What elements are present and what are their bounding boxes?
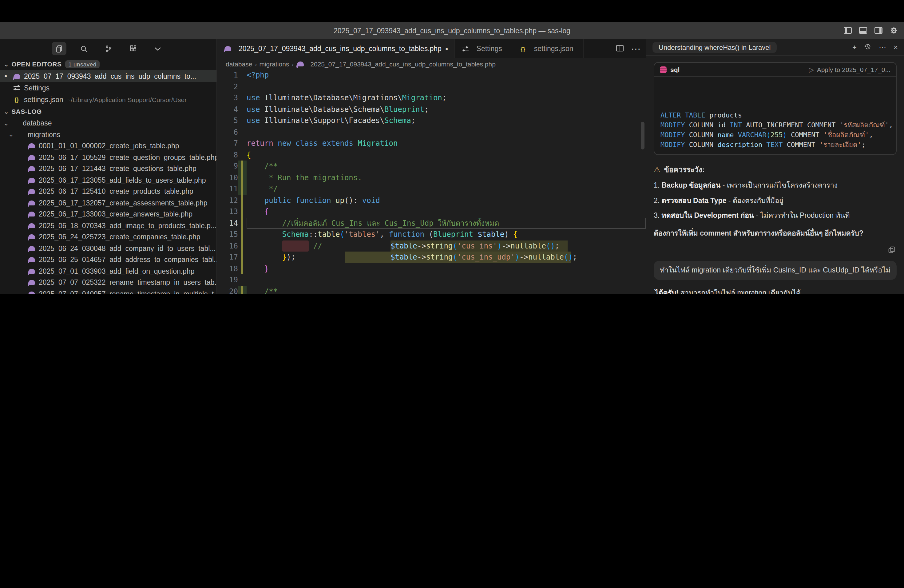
gutter-decoration <box>238 149 247 161</box>
ai-chat-panel: Understanding whereHas() in Laravel + ⋯ … <box>646 40 904 294</box>
code-line: 12 public function up(): void <box>217 194 646 206</box>
line-number: 18 <box>217 263 238 274</box>
warning-list: 1. Backup ข้อมูลก่อน - เพราะเป็นการแก้ไข… <box>654 181 897 220</box>
tree-item[interactable]: 2025_07_01_033903_add_field_on_question.… <box>0 266 217 277</box>
tree-item[interactable]: 2025_07_07_040957_rename_timestamp_in_mu… <box>0 288 217 294</box>
chevron-down-icon[interactable] <box>150 42 165 55</box>
warning-item: 1. Backup ข้อมูลก่อน - เพราะเป็นการแก้ไข… <box>654 181 897 190</box>
chevron-down-icon: ⌄ <box>4 108 9 115</box>
open-editors-list: ● 2025_07_17_093943_add_cus_ins_udp_colu… <box>0 70 217 105</box>
tree-item[interactable]: 0001_01_01_000002_create_jobs_table.php <box>0 140 217 152</box>
settings-gear-icon[interactable] <box>890 27 898 35</box>
gutter-decoration <box>238 92 247 104</box>
split-editor-icon[interactable] <box>616 43 624 54</box>
tree-item[interactable]: 2025_06_17_123055_add_fields_to_users_ta… <box>0 174 217 186</box>
tabs: 2025_07_17_093943_add_cus_ins_udp_column… <box>217 40 584 58</box>
more-actions-icon[interactable]: ⋯ <box>631 43 641 54</box>
tree-item[interactable]: 2025_06_17_105529_create_question_groups… <box>0 152 217 163</box>
source-control-icon[interactable] <box>101 42 115 55</box>
tree-item[interactable]: 2025_06_17_133003_create_answers_table.p… <box>0 209 217 220</box>
tree-item[interactable]: 2025_06_17_125410_create_products_table.… <box>0 186 217 197</box>
toggle-panel-bottom-icon[interactable] <box>859 27 867 34</box>
copy-row <box>654 238 897 261</box>
chat-messages[interactable]: sql ▷Apply to 2025_07_17_0... ALTER TABL… <box>646 56 904 294</box>
gutter-decoration <box>238 286 247 294</box>
chat-header: Understanding whereHas() in Laravel + ⋯ … <box>646 40 904 56</box>
gutter-decoration <box>238 115 247 126</box>
code-line: MODIFY COLUMN name VARCHAR(255) COMMENT … <box>661 130 890 140</box>
tree-item[interactable]: 2025_06_17_132057_create_assessments_tab… <box>0 197 217 209</box>
new-chat-icon[interactable]: + <box>852 43 857 52</box>
chat-tab[interactable]: Understanding whereHas() in Laravel <box>653 42 777 53</box>
user-message[interactable]: ทำในไฟล์ migration เดียวกับที่ใช้เพิ่ม C… <box>654 261 897 280</box>
tree-item[interactable]: 2025_06_25_014657_add_address_to_compani… <box>0 254 217 266</box>
editor-tab[interactable]: 2025_07_17_093943_add_cus_ins_udp_column… <box>217 40 455 58</box>
app-window: 2025_07_17_093943_add_cus_ins_udp_column… <box>0 0 904 294</box>
editor-tab[interactable]: {} settings.json <box>512 40 584 58</box>
line-number: 2 <box>217 81 238 92</box>
code-line: 13 { <box>217 206 646 217</box>
gutter-decoration <box>238 183 247 194</box>
tree-item[interactable]: ⌄ database <box>0 117 217 129</box>
code-line: 1 <?php <box>217 70 646 81</box>
line-number: 4 <box>217 104 238 115</box>
unsaved-badge: 1 unsaved <box>65 60 99 68</box>
tree-item[interactable]: 2025_07_07_025322_rename_timestamp_in_us… <box>0 277 217 288</box>
toggle-sidebar-left-icon[interactable] <box>844 27 852 34</box>
line-number: 11 <box>217 183 238 194</box>
explorer-icon[interactable] <box>52 42 66 55</box>
warning-item: 2. ตรวจสอบ Data Type - ต้องตรงกับที่มีอย… <box>654 196 897 205</box>
close-panel-icon[interactable]: × <box>893 43 898 52</box>
tree-item[interactable]: 2025_06_24_030048_add_company_id_to_user… <box>0 243 217 254</box>
line-number: 6 <box>217 126 238 138</box>
line-number: 19 <box>217 274 238 286</box>
toggle-panel-right-icon[interactable] <box>874 27 882 34</box>
search-icon[interactable] <box>76 42 91 55</box>
code-line: MODIFY COLUMN id INT AUTO_INCREMENT COMM… <box>661 120 890 130</box>
code-line: 18 } <box>217 263 646 274</box>
line-number: 1 <box>217 70 238 81</box>
database-icon <box>660 66 667 73</box>
window-title: 2025_07_17_093943_add_cus_ins_udp_column… <box>333 27 571 34</box>
gutter-decoration <box>238 172 247 183</box>
code-line: 19 <box>217 274 646 286</box>
line-number: 3 <box>217 92 238 104</box>
gutter-decoration <box>238 206 247 217</box>
warning-item: 3. ทดสอบใน Development ก่อน - ไม่ควรทำใน… <box>654 211 897 220</box>
editor-scrollbar[interactable] <box>641 122 645 149</box>
inline-suggestion-line-1[interactable]: $table->string('cus_ins')->nullable(); <box>390 240 567 251</box>
more-actions-icon[interactable]: ⋯ <box>879 43 886 52</box>
extensions-icon[interactable] <box>125 42 140 55</box>
editor-group: 2025_07_17_093943_add_cus_ins_udp_column… <box>217 40 646 294</box>
gutter-decoration <box>238 263 247 274</box>
tree-item[interactable]: 2025_06_18_070343_add_image_to_products_… <box>0 220 217 231</box>
editor-tab[interactable]: Settings <box>455 40 512 58</box>
open-editor-item[interactable]: ● {} settings.json ~/Library/Application… <box>0 93 217 105</box>
line-number: 15 <box>217 229 238 240</box>
tree-item[interactable]: ⌄ migrations <box>0 129 217 140</box>
play-icon: ▷ <box>809 66 814 73</box>
open-editors-header[interactable]: ⌄ OPEN EDITORS 1 unsaved <box>0 58 217 70</box>
sql-code-block: sql ▷Apply to 2025_07_17_0... ALTER TABL… <box>654 62 897 155</box>
gutter-decoration <box>238 70 247 81</box>
apply-button[interactable]: ▷Apply to 2025_07_17_0... <box>809 66 890 73</box>
menu-bar-strip <box>0 0 904 22</box>
line-number: 9 <box>217 161 238 172</box>
gutter-decoration <box>238 138 247 149</box>
open-editor-item[interactable]: ● 2025_07_17_093943_add_cus_ins_udp_colu… <box>0 70 217 82</box>
inline-suggestion-line-2[interactable]: $table->string('cus_ins_udp')->nullable(… <box>345 251 571 263</box>
code-block-header: sql ▷Apply to 2025_07_17_0... <box>654 63 896 77</box>
tree-item[interactable]: 2025_06_24_025723_create_companies_table… <box>0 231 217 243</box>
code-editor[interactable]: 1 <?php 2 3 use Illuminate\Database\Migr… <box>217 70 646 294</box>
copy-icon[interactable] <box>888 245 895 256</box>
gutter-decoration <box>238 229 247 240</box>
gutter-decoration <box>238 81 247 92</box>
code-line: MODIFY COLUMN description TEXT COMMENT '… <box>661 140 890 150</box>
code-line: 10 * Run the migrations. <box>217 172 646 183</box>
open-editor-item[interactable]: ● Settings <box>0 82 217 93</box>
history-icon[interactable] <box>864 43 871 52</box>
chevron-down-icon: ⌄ <box>4 60 9 67</box>
breadcrumb[interactable]: database› migrations› 2025_07_17_093943_… <box>217 58 646 70</box>
tree-item[interactable]: 2025_06_17_121443_create_questions_table… <box>0 163 217 174</box>
project-root-header[interactable]: ⌄ SAS-LOG <box>0 105 217 117</box>
